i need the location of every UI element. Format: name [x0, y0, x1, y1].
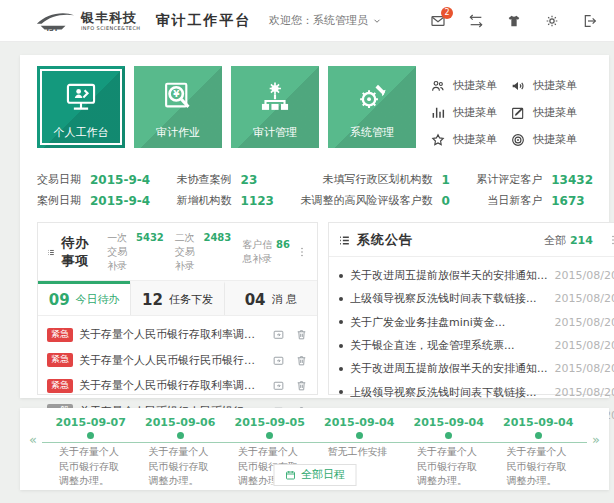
counter-label: 二次交易补录	[175, 231, 202, 273]
todo-item[interactable]: 紧急 关于存量个人民币银行存取利率调整...	[47, 373, 308, 399]
tile-system-management[interactable]: 系统管理	[328, 66, 416, 148]
announcement-item[interactable]: 上级领导视察反洗钱时间表下载链接... 2015/08/20	[339, 287, 614, 310]
settings-button[interactable]	[544, 13, 560, 29]
todo-panel-title: 待办事项	[61, 234, 96, 270]
swap-icon	[468, 13, 484, 29]
user-menu[interactable]: 欢迎您：系统管理员	[269, 13, 382, 28]
forward-button[interactable]	[272, 328, 285, 341]
tab-messages[interactable]: 04 消 息	[224, 281, 317, 315]
hero-row: 个人工作台 ¥ 审计作业	[37, 66, 599, 153]
todo-item[interactable]: 紧急 关于存量个人人民币银行民币银行存取利率调整...	[47, 348, 308, 374]
tile-label: 审计作业	[134, 125, 222, 140]
quick-menu-3[interactable]: 快捷菜单	[430, 105, 510, 121]
announcement-item[interactable]: 关于改进周五提前放假半天的安排通知... 2015/08/20	[339, 264, 614, 287]
timeline-dot-icon	[177, 432, 184, 439]
speaker-icon	[510, 78, 526, 94]
logout-icon	[582, 13, 598, 29]
timeline-prev-button[interactable]: «	[29, 432, 37, 447]
timeline-date: 2015-09-04	[494, 416, 584, 429]
delete-button[interactable]	[295, 379, 308, 392]
announcements-panel-title: 系统公告	[357, 231, 413, 249]
announcement-item[interactable]: 关于银企直连，现金管理系统票... 2015/08/20	[339, 334, 614, 357]
forward-button[interactable]	[272, 379, 285, 392]
quick-menu-5[interactable]: 快捷菜单	[430, 132, 510, 148]
delete-button[interactable]	[295, 354, 308, 367]
stat-value: 1	[441, 173, 449, 187]
timeline-entry[interactable]: 2015-09-04 关于存量个人民币银行存取调整办理。	[494, 416, 584, 489]
module-tiles: 个人工作台 ¥ 审计作业	[37, 66, 416, 153]
announcements-more-button[interactable]	[607, 234, 614, 246]
timeline-entry[interactable]: 2015-09-07 关于存量个人民币银行存取调整办理。	[46, 416, 136, 489]
stat-value: 13432	[551, 173, 593, 187]
stat-group-customers: 累计评定客户 13432 当日新客户 1673	[476, 172, 593, 208]
tab-task-dispatch[interactable]: 12 任务下发	[130, 281, 223, 315]
forward-icon	[272, 354, 285, 367]
theme-icon	[506, 13, 522, 29]
quick-menu-6[interactable]: 快捷菜单	[510, 132, 590, 148]
timeline-dot-icon	[356, 432, 363, 439]
timeline-entry[interactable]: 2015-09-06 关于存量个人民币银行存取调整办理。	[136, 416, 226, 489]
swap-button[interactable]	[468, 13, 484, 29]
tile-label: 审计管理	[231, 125, 319, 140]
counter-value: 2483	[203, 232, 231, 243]
timeline-next-button[interactable]: »	[592, 432, 600, 447]
quick-menu-label: 快捷菜单	[453, 105, 497, 120]
announcement-text: 上级领导视察反洗钱时间表下载链接...	[350, 385, 548, 400]
stats-row: 交易日期 2015-9-4 案例日期 2015-9-4 未协查案例 23 新增机…	[37, 172, 599, 208]
view-all-link[interactable]: 全部 214	[544, 233, 593, 248]
todo-item-text: 关于存量个人人民币银行民币银行存取利率调整...	[79, 353, 262, 368]
announcement-item[interactable]: 关于广发金业务挂盘mini黄金... 2015/08/20	[339, 311, 614, 334]
announcement-item[interactable]: 关于改进周五提前放假半天的安排通知... 2015/08/20	[339, 357, 614, 380]
list-icon	[47, 246, 55, 259]
timeline-entry[interactable]: 2015-09-04 关于存量个人民币银行存取调整办理。	[404, 416, 494, 489]
bullet-icon	[339, 297, 343, 301]
tab-today-todo[interactable]: 09 今日待办	[38, 281, 130, 315]
tile-audit-job[interactable]: ¥ 审计作业	[134, 66, 222, 148]
quick-menu-1[interactable]: 快捷菜单	[430, 78, 510, 94]
star-icon	[430, 132, 446, 148]
tile-personal-workspace[interactable]: 个人工作台	[37, 66, 125, 148]
timeline-dot-icon	[445, 432, 452, 439]
quick-menu-4[interactable]: 快捷菜单	[510, 105, 590, 121]
tab-count: 12	[142, 291, 163, 309]
urgency-badge: 紧急	[47, 353, 73, 367]
timeline-date: 2015-09-07	[46, 416, 136, 429]
gear-icon	[544, 13, 560, 29]
page-content: 个人工作台 ¥ 审计作业	[20, 55, 609, 490]
counter-first-entry: 一次交易补录 5432	[107, 231, 163, 273]
all-label: 全部	[544, 233, 566, 248]
quick-menu-2[interactable]: 快捷菜单	[510, 78, 590, 94]
schedule-timeline: « » 2015-09-07 关于存量个人民币银行存取调整办理。 2015-09…	[20, 408, 609, 490]
counter-label: 一次交易补录	[107, 231, 134, 273]
delete-button[interactable]	[295, 328, 308, 341]
all-count: 214	[570, 234, 593, 247]
chevron-down-icon	[372, 16, 382, 26]
urgency-badge: 紧急	[47, 328, 73, 342]
announcement-date: 2015/08/20	[555, 269, 614, 282]
page-title: 审计工作平台	[155, 12, 251, 30]
stat-value: 2015-9-4	[90, 173, 150, 187]
counter-customer-info: 客户信息补录 86	[242, 238, 290, 266]
theme-button[interactable]	[506, 13, 522, 29]
announcement-item[interactable]: 上级领导视察反洗钱时间表下载链接... 2015/08/20	[339, 380, 614, 403]
tile-audit-management[interactable]: 审计管理	[231, 66, 319, 148]
todo-item[interactable]: 紧急 关于存量个人民币银行存取利率调整...	[47, 322, 308, 348]
topbar-icons: 2	[408, 13, 598, 29]
welcome-label: 欢迎您：系统管理员	[269, 13, 368, 28]
stat-label: 案例日期	[37, 193, 81, 208]
todo-more-button[interactable]	[296, 246, 308, 258]
mail-button[interactable]: 2	[430, 13, 446, 29]
panels-row: 待办事项 一次交易补录 5432 二次交易补录 2483 客户信息补录 86	[37, 222, 599, 395]
timeline-dot-icon	[87, 432, 94, 439]
company-subtitle: INFO SCIENCE&TECH	[81, 26, 140, 31]
logout-button[interactable]	[582, 13, 598, 29]
bullet-icon	[339, 320, 343, 324]
todo-item-text: 关于存量个人民币银行存取利率调整...	[79, 327, 262, 342]
stat-label: 未填写行政区划机构数	[300, 172, 432, 187]
timeline-text: 关于存量个人民币银行存取调整办理。	[136, 445, 226, 489]
forward-button[interactable]	[272, 354, 285, 367]
top-bar: IST 银丰科技 INFO SCIENCE&TECH 审计工作平台 欢迎您：系统…	[0, 0, 614, 42]
all-schedule-button[interactable]: 全部日程	[273, 464, 356, 486]
timeline-date: 2015-09-06	[136, 416, 226, 429]
announcements-panel: 系统公告 全部 214 关于改进周五提前放假半天的安排通知... 2015/08…	[328, 222, 614, 395]
